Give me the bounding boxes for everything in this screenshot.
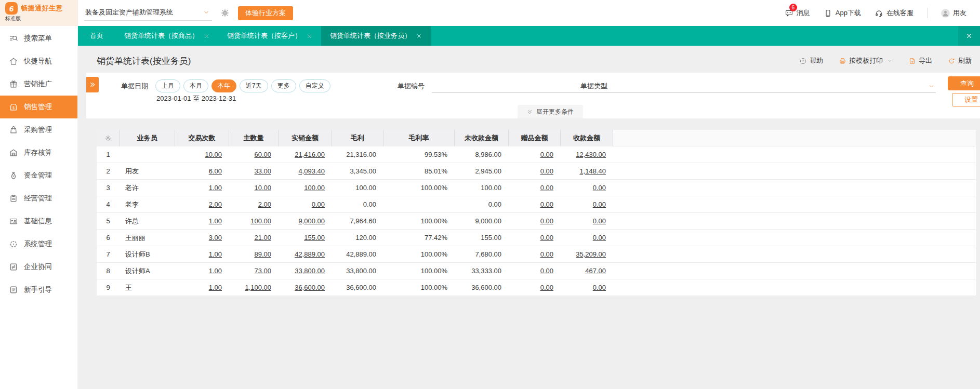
cell-value[interactable]: 1.00 — [209, 184, 222, 192]
cell-value[interactable]: 0.00 — [540, 151, 553, 158]
cell-value[interactable]: 60.00 — [254, 151, 271, 158]
cell-主数量[interactable]: 33.00 — [229, 163, 279, 179]
sidebar-item-funds[interactable]: ¥资金管理 — [0, 164, 77, 187]
tab-home[interactable]: 首页 — [78, 26, 115, 46]
date-preset-上月[interactable]: 上月 — [155, 79, 180, 92]
cell-value[interactable]: 467.00 — [585, 267, 606, 275]
cell-赠品金额[interactable]: 0.00 — [509, 213, 561, 229]
cell-value[interactable]: 10.00 — [254, 184, 271, 192]
cell-value[interactable]: 3.00 — [209, 234, 222, 242]
cell-value[interactable]: 42,889.00 — [295, 250, 325, 258]
refresh-button[interactable]: 刷新 — [948, 56, 972, 65]
cell-交易次数[interactable]: 2.00 — [175, 196, 229, 212]
cell-value[interactable]: 2.00 — [258, 200, 271, 208]
sidebar-item-operations[interactable]: 经营管理 — [0, 187, 77, 210]
date-preset-本月[interactable]: 本月 — [183, 79, 208, 92]
cell-交易次数[interactable]: 1.00 — [175, 246, 229, 262]
cell-收款金额[interactable]: 0.00 — [561, 279, 613, 296]
sidebar-item-sales[interactable]: $销售管理 — [0, 96, 77, 118]
gear-icon[interactable] — [220, 8, 230, 18]
sidebar-item-search-menu[interactable]: 搜索菜单 — [0, 27, 77, 50]
date-preset-近7天[interactable]: 近7天 — [240, 79, 268, 92]
cell-value[interactable]: 0.00 — [593, 234, 606, 242]
cell-赠品金额[interactable]: 0.00 — [509, 263, 561, 279]
cell-主数量[interactable]: 100.00 — [229, 213, 279, 229]
cell-value[interactable]: 1.00 — [209, 217, 222, 225]
cell-收款金额[interactable]: 35,209.00 — [561, 246, 613, 262]
close-icon[interactable] — [307, 33, 312, 39]
cell-value[interactable]: 0.00 — [593, 200, 606, 208]
cell-交易次数[interactable]: 1.00 — [175, 279, 229, 296]
cell-交易次数[interactable]: 10.00 — [175, 146, 229, 163]
date-range-value[interactable]: 2023-01-01 至 2023-12-31 — [155, 94, 330, 103]
date-preset-更多[interactable]: 更多 — [271, 79, 296, 92]
cell-value[interactable]: 0.00 — [593, 184, 606, 192]
sidebar-item-inventory[interactable]: 库存核算 — [0, 141, 77, 164]
cell-value[interactable]: 1.00 — [209, 284, 222, 291]
doc-type-select[interactable] — [615, 79, 936, 93]
export-button[interactable]: 导出 — [908, 56, 932, 65]
collapse-filter-button[interactable] — [86, 77, 99, 92]
cell-value[interactable]: 1.00 — [209, 250, 222, 258]
cell-主数量[interactable]: 60.00 — [229, 146, 279, 163]
cell-主数量[interactable]: 89.00 — [229, 246, 279, 262]
close-all-tabs-button[interactable] — [958, 26, 980, 46]
cell-value[interactable]: 0.00 — [540, 184, 553, 192]
cell-value[interactable]: 0.00 — [540, 284, 553, 291]
sidebar-item-purchase[interactable]: 采购管理 — [0, 118, 77, 141]
print-by-template-button[interactable]: 按模板打印 — [839, 56, 893, 65]
cell-收款金额[interactable]: 0.00 — [561, 196, 613, 212]
sidebar-item-system[interactable]: 系统管理 — [0, 233, 77, 256]
cell-value[interactable]: 9,000.00 — [298, 217, 325, 225]
app-download-button[interactable]: App下载 — [824, 8, 861, 18]
cell-交易次数[interactable]: 6.00 — [175, 163, 229, 179]
cell-value[interactable]: 0.00 — [540, 167, 553, 175]
cell-赠品金额[interactable]: 0.00 — [509, 279, 561, 296]
cell-value[interactable]: 1.00 — [209, 267, 222, 275]
tab-report-by-customer[interactable]: 销货单统计表（按客户） — [218, 26, 321, 46]
help-button[interactable]: ? 帮助 — [799, 56, 823, 65]
cell-value[interactable]: 21,416.00 — [295, 151, 325, 158]
cell-value[interactable]: 0.00 — [593, 217, 606, 225]
close-icon[interactable] — [204, 33, 209, 39]
cell-赠品金额[interactable]: 0.00 — [509, 146, 561, 163]
cell-value[interactable]: 0.00 — [540, 267, 553, 275]
cell-交易次数[interactable]: 1.00 — [175, 213, 229, 229]
cell-value[interactable]: 12,430.00 — [576, 151, 606, 158]
cell-交易次数[interactable]: 1.00 — [175, 180, 229, 196]
expand-more-conditions[interactable]: 展开更多条件 — [518, 105, 583, 118]
cell-收款金额[interactable]: 0.00 — [561, 230, 613, 246]
cell-value[interactable]: 33,800.00 — [295, 267, 325, 275]
cell-value[interactable]: 100.00 — [250, 217, 271, 225]
column-settings-header[interactable] — [97, 130, 120, 146]
cell-实销金额[interactable]: 100.00 — [279, 180, 332, 196]
settings-button[interactable]: 设置 — [952, 93, 980, 106]
cell-value[interactable]: 1,100.00 — [245, 284, 271, 291]
cell-value[interactable]: 0.00 — [540, 217, 553, 225]
cell-收款金额[interactable]: 1,148.40 — [561, 163, 613, 179]
cell-value[interactable]: 2.00 — [209, 200, 222, 208]
cell-实销金额[interactable]: 155.00 — [279, 230, 332, 246]
cell-实销金额[interactable]: 9,000.00 — [279, 213, 332, 229]
cell-赠品金额[interactable]: 0.00 — [509, 180, 561, 196]
cell-value[interactable]: 10.00 — [205, 151, 222, 158]
cell-主数量[interactable]: 1,100.00 — [229, 279, 279, 296]
cell-赠品金额[interactable]: 0.00 — [509, 163, 561, 179]
cell-实销金额[interactable]: 33,800.00 — [279, 263, 332, 279]
cell-value[interactable]: 0.00 — [540, 250, 553, 258]
cell-value[interactable]: 100.00 — [304, 184, 325, 192]
cell-value[interactable]: 89.00 — [254, 250, 271, 258]
cell-value[interactable]: 0.00 — [540, 200, 553, 208]
cell-实销金额[interactable]: 0.00 — [279, 196, 332, 212]
sidebar-item-beginner-guide[interactable]: 新新手引导 — [0, 278, 77, 301]
user-menu[interactable]: 用友 — [941, 8, 966, 18]
query-button[interactable]: 查询 — [948, 76, 980, 90]
cell-赠品金额[interactable]: 0.00 — [509, 196, 561, 212]
cell-收款金额[interactable]: 0.00 — [561, 213, 613, 229]
sidebar-item-base-info[interactable]: 基础信息 — [0, 210, 77, 233]
cell-主数量[interactable]: 10.00 — [229, 180, 279, 196]
cell-主数量[interactable]: 73.00 — [229, 263, 279, 279]
cell-value[interactable]: 1,148.40 — [579, 167, 606, 175]
cell-收款金额[interactable]: 12,430.00 — [561, 146, 613, 163]
cell-value[interactable]: 0.00 — [540, 234, 553, 242]
